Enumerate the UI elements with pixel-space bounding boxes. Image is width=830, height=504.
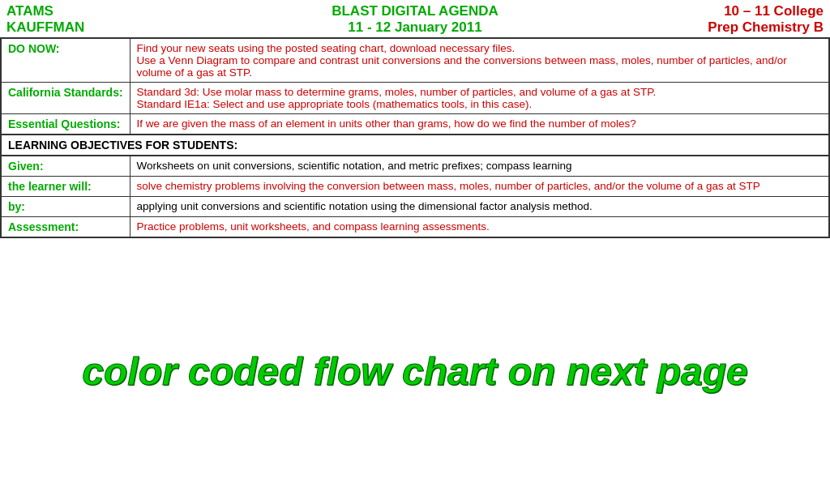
header-right: 10 – 11 College Prep Chemistry B — [551, 3, 824, 36]
do-now-label: DO NOW: — [1, 38, 130, 83]
main-table: DO NOW: Find your new seats using the po… — [0, 37, 830, 238]
college-line1: 10 – 11 College — [724, 3, 824, 19]
learning-objectives-header: LEARNING OBJECTIVES FOR STUDENTS: — [1, 135, 829, 156]
by-content: applying unit conversions and scientific… — [130, 197, 829, 217]
california-line2: Standard IE1a: Select and use appropriat… — [137, 98, 533, 110]
by-label: by: — [1, 197, 130, 217]
header: ATAMS KAUFFMAN BLAST DIGITAL AGENDA 11 -… — [0, 0, 830, 37]
bottom-section: color coded flow chart on next page — [0, 238, 830, 504]
header-center: BLAST DIGITAL AGENDA 11 - 12 January 201… — [279, 3, 551, 36]
given-content: Worksheets on unit conversions, scientif… — [130, 156, 829, 177]
do-now-content: Find your new seats using the posted sea… — [130, 38, 829, 83]
california-content: Standard 3d: Use molar mass to determine… — [130, 83, 829, 114]
assessment-content: Practice problems, unit worksheets, and … — [130, 217, 829, 238]
bottom-text: color coded flow chart on next page — [82, 349, 747, 394]
learner-label: the learner will: — [1, 177, 130, 197]
page-title: BLAST DIGITAL AGENDA — [332, 3, 498, 19]
given-label: Given: — [1, 156, 130, 177]
california-standards-row: California Standards: Standard 3d: Use m… — [1, 83, 829, 114]
by-row: by: applying unit conversions and scient… — [1, 197, 829, 217]
kauffman-label: KAUFFMAN — [6, 19, 279, 36]
do-now-line2: Use a Venn Diagram to compare and contra… — [137, 54, 787, 79]
essential-content: If we are given the mass of an element i… — [130, 114, 829, 135]
page-date: 11 - 12 January 2011 — [348, 19, 481, 36]
atams-label: ATAMS — [6, 3, 279, 19]
essential-questions-row: Essential Questions: If we are given the… — [1, 114, 829, 135]
learner-content: solve chemistry problems involving the c… — [130, 177, 829, 197]
given-row: Given: Worksheets on unit conversions, s… — [1, 156, 829, 177]
learner-row: the learner will: solve chemistry proble… — [1, 177, 829, 197]
assessment-row: Assessment: Practice problems, unit work… — [1, 217, 829, 238]
assessment-label: Assessment: — [1, 217, 130, 238]
header-left: ATAMS KAUFFMAN — [6, 3, 279, 36]
california-line1: Standard 3d: Use molar mass to determine… — [137, 86, 657, 98]
do-now-line1: Find your new seats using the posted sea… — [137, 42, 516, 54]
do-now-row: DO NOW: Find your new seats using the po… — [1, 38, 829, 83]
learning-objectives-label: LEARNING OBJECTIVES FOR STUDENTS: — [1, 135, 829, 156]
college-line2: Prep Chemistry B — [708, 19, 824, 36]
essential-label: Essential Questions: — [1, 114, 130, 135]
california-label: California Standards: — [1, 83, 130, 114]
